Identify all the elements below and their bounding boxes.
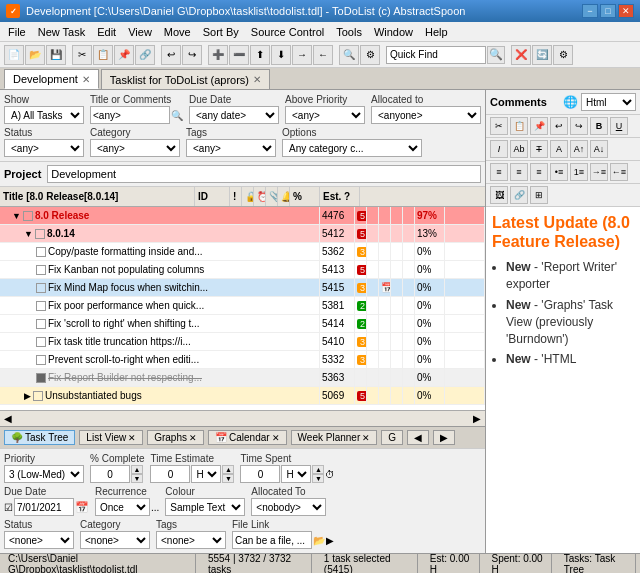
tb-indent[interactable]: → [292,45,312,65]
table-row[interactable]: Fix Mind Map focus when switchin... 5415… [0,279,485,297]
time-spent-down[interactable]: ▼ [312,474,324,483]
rp-bold[interactable]: B [590,117,608,135]
bt-task-tree[interactable]: 🌳 Task Tree [4,430,75,445]
bt-g[interactable]: G [381,430,403,445]
tb-settings[interactable]: ⚙ [360,45,380,65]
tb-link[interactable]: 🔗 [135,45,155,65]
close-button[interactable]: ✕ [618,4,634,18]
rp-ol[interactable]: 1≡ [570,163,588,181]
expand-icon[interactable]: ▼ [12,211,21,221]
expand-icon[interactable]: ▼ [24,229,33,239]
tb-extra1[interactable]: ❌ [511,45,531,65]
time-spent-up[interactable]: ▲ [312,465,324,474]
tb-extra3[interactable]: ⚙ [553,45,573,65]
tab-tasklist[interactable]: Tasklist for ToDoList (aprors) ✕ [101,69,270,89]
task-checkbox[interactable] [23,211,33,221]
rp-paste[interactable]: 📌 [530,117,548,135]
bt-calendar[interactable]: 📅 Calendar ✕ [208,430,287,445]
tp-priority-select[interactable]: 3 (Low-Med) [4,465,84,483]
filter-title-input[interactable] [90,106,170,124]
tb-find[interactable]: 🔍 [339,45,359,65]
tb-outdent[interactable]: ← [313,45,333,65]
bt-nav-left[interactable]: ◀ [407,430,429,445]
menu-sourcecontrol[interactable]: Source Control [245,24,330,40]
minimize-button[interactable]: − [582,4,598,18]
task-checkbox[interactable] [36,301,46,311]
menu-move[interactable]: Move [158,24,197,40]
tb-copy[interactable]: 📋 [93,45,113,65]
task-checkbox[interactable] [36,337,46,347]
menu-tools[interactable]: Tools [330,24,368,40]
tp-time-est-unit[interactable]: H [191,465,221,483]
tp-time-est-input[interactable] [150,465,190,483]
task-checkbox[interactable] [36,247,46,257]
table-row[interactable]: Copy/paste formatting inside and... 5362… [0,243,485,261]
pct-down[interactable]: ▼ [131,474,143,483]
table-row[interactable]: Fix Kanban not populating columns 5413 5… [0,261,485,279]
filter-above-select[interactable]: <any> [285,106,365,124]
rp-table[interactable]: ⊞ [530,186,548,204]
tb-extra2[interactable]: 🔄 [532,45,552,65]
pct-up[interactable]: ▲ [131,465,143,474]
filelink-browse-icon[interactable]: 📂 [313,535,325,546]
rp-strike[interactable]: T [530,140,548,158]
scroll-right[interactable]: ▶ [473,413,481,424]
tp-filelink-input[interactable] [232,531,312,549]
week-planner-close[interactable]: ✕ [362,433,370,443]
tb-paste[interactable]: 📌 [114,45,134,65]
time-est-down[interactable]: ▼ [222,474,234,483]
rp-link[interactable]: 🔗 [510,186,528,204]
rp-fontsize-up[interactable]: A↑ [570,140,588,158]
rp-ab[interactable]: Ab [510,140,528,158]
table-row[interactable]: Fix poor performance when quick... 5381 … [0,297,485,315]
tp-pct-input[interactable] [90,465,130,483]
tb-up[interactable]: ⬆ [250,45,270,65]
task-checkbox[interactable] [36,283,46,293]
cal-picker-icon[interactable]: 📅 [75,501,89,514]
tb-save[interactable]: 💾 [46,45,66,65]
filter-category-select[interactable]: <any> [90,139,180,157]
menu-view[interactable]: View [122,24,158,40]
tp-tags-select[interactable]: <none> [156,531,226,549]
menu-window[interactable]: Window [368,24,419,40]
maximize-button[interactable]: □ [600,4,616,18]
rp-align-center[interactable]: ≡ [510,163,528,181]
tp-category-select[interactable]: <none> [80,531,150,549]
task-checkbox[interactable] [36,355,46,365]
tb-new[interactable]: 📄 [4,45,24,65]
table-row[interactable]: Prevent scroll-to-right when editi... 53… [0,351,485,369]
rp-color[interactable]: A [550,140,568,158]
rp-redo[interactable]: ↪ [570,117,588,135]
rp-underline[interactable]: U [610,117,628,135]
tb-open[interactable]: 📂 [25,45,45,65]
list-view-close[interactable]: ✕ [128,433,136,443]
rp-fontsize-down[interactable]: A↓ [590,140,608,158]
task-checkbox[interactable] [36,265,46,275]
rp-indent-in[interactable]: →≡ [590,163,608,181]
expand-icon[interactable]: ▶ [24,391,31,401]
rp-img[interactable]: 🖼 [490,186,508,204]
menu-newtask[interactable]: New Task [32,24,91,40]
tp-colour-select[interactable]: Sample Text [165,498,245,516]
tb-redo[interactable]: ↪ [182,45,202,65]
time-est-up[interactable]: ▲ [222,465,234,474]
tp-allocated-select[interactable]: <nobody> [251,498,326,516]
calendar-close[interactable]: ✕ [272,433,280,443]
tp-recurrence-select[interactable]: Once [95,498,150,516]
bt-week-planner[interactable]: Week Planner ✕ [291,430,378,445]
table-row[interactable]: Fix task title truncation https://i... 5… [0,333,485,351]
quick-find-input[interactable] [386,46,486,64]
tab-tl-close[interactable]: ✕ [253,74,261,85]
filelink-go-icon[interactable]: ▶ [326,535,334,546]
bt-graphs[interactable]: Graphs ✕ [147,430,204,445]
filter-due-select[interactable]: <any date> [189,106,279,124]
tb-down[interactable]: ⬇ [271,45,291,65]
tb-undo[interactable]: ↩ [161,45,181,65]
tb-add-task[interactable]: ➕ [208,45,228,65]
filter-show-select[interactable]: A) All Tasks [4,106,84,124]
table-row[interactable]: ▼ 8.0.14 5412 5 13% [0,225,485,243]
table-row[interactable]: Fix 'scroll to right' when shifting t...… [0,315,485,333]
rp-ul[interactable]: •≡ [550,163,568,181]
menu-sortby[interactable]: Sort By [197,24,245,40]
project-input[interactable] [47,165,481,183]
